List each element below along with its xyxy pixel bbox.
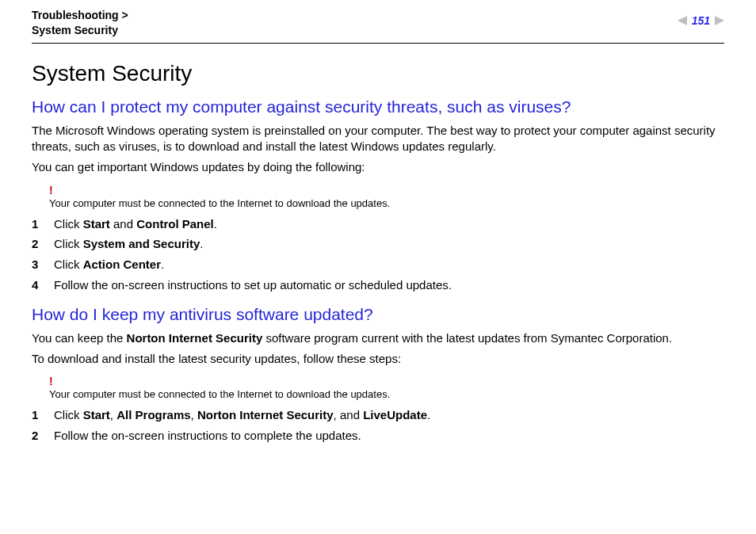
list-item: Click Start and Control Panel. [32, 216, 724, 233]
list-item: Click Action Center. [32, 256, 724, 273]
section2-heading: How do I keep my antivirus software upda… [32, 305, 724, 324]
section2-p1: You can keep the Norton Internet Securit… [32, 330, 724, 346]
section1-p2: You can get important Windows updates by… [32, 159, 724, 175]
pager: 151 [678, 8, 724, 27]
section1-steps: Click Start and Control Panel. Click Sys… [32, 216, 724, 294]
section1-note: ! Your computer must be connected to the… [49, 184, 724, 209]
next-page-icon[interactable] [715, 16, 724, 25]
section1-note-text: Your computer must be connected to the I… [49, 197, 390, 209]
section2-note-text: Your computer must be connected to the I… [49, 388, 390, 400]
warning-icon: ! [49, 184, 724, 196]
breadcrumb-top: Troubleshooting > [32, 8, 128, 23]
list-item: Follow the on-screen instructions to set… [32, 277, 724, 294]
section2-p2: To download and install the latest secur… [32, 351, 724, 367]
breadcrumb: Troubleshooting > System Security [32, 8, 128, 38]
svg-marker-1 [715, 16, 724, 25]
breadcrumb-bottom: System Security [32, 23, 128, 38]
warning-icon: ! [49, 375, 724, 387]
list-item: Follow the on-screen instructions to com… [32, 427, 724, 444]
section1-p1: The Microsoft Windows operating system i… [32, 123, 724, 155]
section2-note: ! Your computer must be connected to the… [49, 375, 724, 400]
section1-heading: How can I protect my computer against se… [32, 97, 724, 116]
svg-marker-0 [678, 16, 687, 25]
prev-page-icon[interactable] [678, 16, 687, 25]
page-header: Troubleshooting > System Security 151 [32, 8, 724, 44]
section2-steps: Click Start, All Programs, Norton Intern… [32, 406, 724, 444]
list-item: Click System and Security. [32, 235, 724, 253]
page-title: System Security [32, 61, 724, 86]
list-item: Click Start, All Programs, Norton Intern… [32, 406, 724, 424]
page-number: 151 [692, 14, 710, 27]
content: System Security How can I protect my com… [32, 44, 724, 444]
